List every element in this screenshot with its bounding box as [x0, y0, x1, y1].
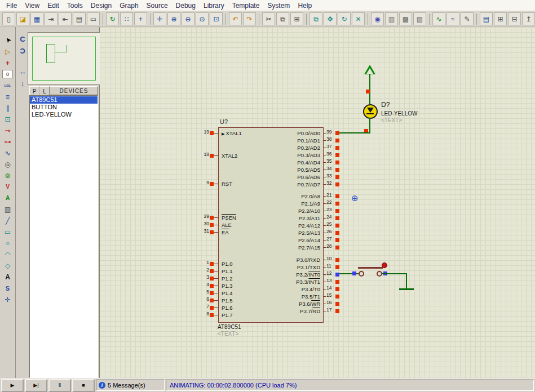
- pin-36[interactable]: 36: [323, 152, 339, 158]
- stop-button[interactable]: ■: [72, 379, 95, 392]
- zoom-area-icon[interactable]: ⊡: [210, 12, 223, 25]
- wire-corner-to-ground[interactable]: [406, 273, 407, 289]
- menu-design[interactable]: Design: [87, 1, 116, 10]
- pin-1[interactable]: 1: [199, 260, 218, 267]
- menu-file[interactable]: File: [2, 1, 21, 10]
- block-copy-icon[interactable]: ⧉: [309, 12, 322, 25]
- block-move-icon[interactable]: ✥: [324, 12, 337, 25]
- toggle-grid-icon[interactable]: ∷: [120, 12, 133, 25]
- device-item-button[interactable]: BUTTON: [30, 104, 98, 111]
- menu-help[interactable]: Help: [294, 1, 316, 10]
- step-button[interactable]: ▶|: [25, 379, 47, 392]
- device-item-led-yellow[interactable]: LED-YELLOW: [30, 111, 98, 118]
- marker-2d-mode-icon[interactable]: ✛: [2, 294, 14, 305]
- wire-label-mode-icon[interactable]: LBL: [2, 80, 14, 91]
- copy-icon[interactable]: ⧉: [276, 12, 289, 25]
- graph-mode-icon[interactable]: ∿: [2, 148, 14, 158]
- export-section-icon[interactable]: ⇤: [59, 12, 72, 25]
- voltage-probe-mode-icon[interactable]: V: [2, 181, 14, 192]
- remove-sheet-icon[interactable]: ⊟: [508, 12, 521, 25]
- wire-led-to-bend[interactable]: [369, 118, 370, 133]
- property-assignment-icon[interactable]: ✎: [461, 12, 474, 25]
- pin-29[interactable]: 29: [199, 214, 218, 221]
- redo-icon[interactable]: ↷: [243, 12, 256, 25]
- pin-23[interactable]: 23: [323, 207, 339, 214]
- pin-37[interactable]: 37: [323, 144, 339, 151]
- pan-icon[interactable]: ✛: [153, 12, 166, 25]
- pin-10[interactable]: 10: [323, 256, 339, 263]
- button-actuator[interactable]: [382, 262, 387, 268]
- pause-button[interactable]: Ⅱ: [48, 379, 71, 392]
- pin-35[interactable]: 35: [323, 159, 339, 166]
- pin-6[interactable]: 6: [199, 297, 218, 304]
- text-script-mode-icon[interactable]: ≡: [2, 91, 14, 102]
- instrument-mode-icon[interactable]: ▥: [2, 204, 14, 215]
- packaging-tool-icon[interactable]: ▩: [399, 12, 412, 25]
- menu-library[interactable]: Library: [200, 1, 228, 10]
- text-2d-mode-icon[interactable]: A: [2, 271, 14, 282]
- menu-template[interactable]: Template: [228, 1, 264, 10]
- pin-17[interactable]: 17: [323, 308, 339, 314]
- pin-11[interactable]: 11: [323, 264, 339, 270]
- print-icon[interactable]: ▤: [73, 12, 86, 25]
- device-list[interactable]: AT89C51BUTTONLED-YELLOW: [29, 95, 98, 378]
- rotation-angle[interactable]: 0: [2, 70, 13, 78]
- menu-edit[interactable]: Edit: [43, 1, 63, 10]
- mark-output-area-icon[interactable]: ▭: [87, 12, 100, 25]
- pin-14[interactable]: 14: [323, 286, 339, 292]
- chip-at89c51[interactable]: ▶XTAL1XTAL2RSTPSENALEEAP1.0P1.1P1.2P1.3P…: [218, 127, 324, 323]
- pin-39[interactable]: 39: [323, 130, 339, 136]
- import-section-icon[interactable]: ⇥: [45, 12, 58, 25]
- tape-recorder-mode-icon[interactable]: ◎: [2, 159, 14, 170]
- bus-mode-icon[interactable]: ∥: [2, 103, 14, 113]
- pin-26[interactable]: 26: [323, 229, 339, 236]
- play-button[interactable]: ▶: [1, 379, 24, 392]
- schematic-overview[interactable]: [28, 32, 100, 85]
- block-rotate-icon[interactable]: ↻: [338, 12, 351, 25]
- menu-system[interactable]: System: [263, 1, 294, 10]
- pin-34[interactable]: 34: [323, 166, 339, 173]
- menu-tools[interactable]: Tools: [63, 1, 87, 10]
- pin-21[interactable]: 21: [323, 193, 339, 199]
- component-mode-icon[interactable]: ▷: [2, 46, 14, 57]
- symbol-2d-mode-icon[interactable]: S: [2, 283, 14, 293]
- rotate-anticlockwise-icon[interactable]: C: [17, 34, 28, 44]
- block-delete-icon[interactable]: ✕: [352, 12, 365, 25]
- rotate-clockwise-icon[interactable]: Ɔ: [17, 46, 28, 56]
- zoom-in-icon[interactable]: ⊕: [167, 12, 180, 25]
- undo-icon[interactable]: ↶: [229, 12, 242, 25]
- pin-5[interactable]: 5: [199, 289, 218, 296]
- message-panel[interactable]: i 5 Message(s): [96, 380, 165, 391]
- led-yellow-symbol[interactable]: [363, 104, 378, 119]
- menu-view[interactable]: View: [21, 1, 43, 10]
- wire-button-to-corner[interactable]: [382, 273, 407, 274]
- save-file-icon[interactable]: ▦: [30, 12, 43, 25]
- design-explorer-icon[interactable]: ▤: [480, 12, 493, 25]
- zoom-all-icon[interactable]: ⊙: [196, 12, 209, 25]
- decompose-icon[interactable]: ▨: [413, 12, 426, 25]
- pin-27[interactable]: 27: [323, 237, 339, 243]
- pin-12[interactable]: 12: [323, 271, 339, 278]
- mirror-vertical-icon[interactable]: ↕: [17, 78, 28, 88]
- menu-debug[interactable]: Debug: [172, 1, 200, 10]
- box-2d-mode-icon[interactable]: ▭: [2, 226, 14, 237]
- wire-led-to-pin39[interactable]: [337, 132, 370, 133]
- arc-2d-mode-icon[interactable]: ◠: [2, 249, 14, 260]
- junction-mode-icon[interactable]: +: [2, 57, 14, 68]
- subcircuit-mode-icon[interactable]: ⊡: [2, 114, 14, 124]
- redraw-icon[interactable]: ↻: [106, 12, 119, 25]
- pin-38[interactable]: 38: [323, 137, 339, 144]
- pin-13[interactable]: 13: [323, 278, 339, 285]
- path-2d-mode-icon[interactable]: ◇: [2, 260, 14, 271]
- paste-icon[interactable]: ⊞: [290, 12, 303, 25]
- terminal-mode-icon[interactable]: ⊸: [2, 125, 14, 136]
- search-tag-icon[interactable]: ≈: [446, 12, 459, 25]
- pin-22[interactable]: 22: [323, 200, 339, 207]
- pin-31[interactable]: 31: [199, 229, 218, 235]
- pin-19[interactable]: 19: [199, 130, 218, 136]
- pick-device-icon[interactable]: ◉: [371, 12, 384, 25]
- pin-32[interactable]: 32: [323, 181, 339, 188]
- pin-15[interactable]: 15: [323, 293, 339, 300]
- pin-28[interactable]: 28: [323, 244, 339, 251]
- origin-icon[interactable]: +: [134, 12, 147, 25]
